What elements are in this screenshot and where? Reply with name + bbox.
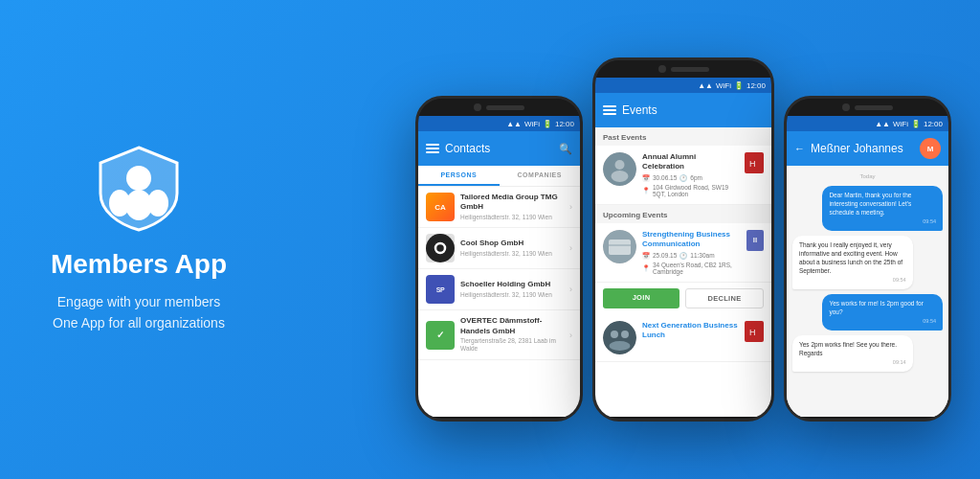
hamburger-icon[interactable] — [603, 105, 616, 115]
decline-button[interactable]: DECLINE — [685, 288, 764, 308]
contact-address-coolshop: Heiligenstädterstr. 32, 1190 Wien — [460, 250, 564, 258]
app-title: Members App — [51, 249, 227, 280]
contact-item-tmg[interactable]: CA Tailored Media Group TMG GmbH Heilige… — [418, 187, 580, 228]
contact-avatar-coolshop — [426, 234, 455, 262]
contact-item-coolshop[interactable]: Cool Shop GmbH Heiligenstädterstr. 32, 1… — [418, 228, 580, 269]
contact-item-schoeller[interactable]: SP Schoeller Holding GmbH Heiligenstädte… — [418, 269, 580, 310]
screen-events: Events Past Events Annual Alumni Celebra… — [595, 93, 771, 417]
phones-section: ▲▲ WiFi 🔋 12:00 Contacts 🔍 PERSONS COMPA — [249, 0, 951, 479]
svg-point-6 — [615, 160, 625, 170]
status-bar-left: ▲▲ WiFi 🔋 12:00 — [418, 116, 580, 131]
back-arrow-icon[interactable]: ← — [794, 143, 805, 154]
tab-companies[interactable]: COMPANIES — [500, 166, 581, 186]
camera-icon — [842, 103, 850, 111]
event-avatar-communication — [603, 230, 636, 263]
event-name-nextgen: Next Generation Business Lunch — [642, 321, 739, 341]
chat-time-2: 09:54 — [799, 277, 906, 285]
phone-contacts: ▲▲ WiFi 🔋 12:00 Contacts 🔍 PERSONS COMPA — [415, 96, 583, 422]
speaker-icon — [486, 105, 524, 110]
screen-contacts: Contacts 🔍 PERSONS COMPANIES CA Tailored… — [418, 131, 580, 417]
event-badge-nextgen: H — [745, 321, 764, 342]
phone-messages: ▲▲ WiFi 🔋 12:00 ← Meßner Johannes M Toda… — [784, 96, 951, 422]
upcoming-events-label: Upcoming Events — [595, 205, 771, 223]
event-badge-harvard: H — [745, 152, 764, 173]
search-icon[interactable]: 🔍 — [559, 143, 572, 155]
phone-events: ▲▲ WiFi 🔋 12:00 Events Past Events — [592, 57, 774, 422]
chevron-right-icon: › — [569, 285, 572, 294]
hamburger-icon[interactable] — [426, 144, 439, 153]
main-container: Members App Engage with your members One… — [0, 0, 980, 479]
join-button[interactable]: JOIN — [603, 288, 679, 308]
phone-notch-right — [787, 99, 948, 116]
chat-messages-list: Today Dear Martin, thank you for the int… — [787, 166, 948, 417]
chat-bubble-1: Dear Martin, thank you for the interesti… — [822, 186, 943, 231]
svg-point-13 — [611, 331, 618, 338]
event-avatar-alumni — [603, 152, 636, 186]
chat-time-4: 09:14 — [799, 359, 906, 367]
contact-name-coolshop: Cool Shop GmbH — [460, 239, 564, 248]
camera-icon — [474, 103, 481, 111]
event-item-alumni[interactable]: Annual Alumni Celebration 📅 30.06.15 🕐 6… — [595, 146, 771, 205]
chat-time-1: 09:54 — [829, 218, 936, 226]
contact-avatar-tmg: CA — [426, 193, 455, 221]
event-item-communication[interactable]: Strengthening Business Communication 📅 2… — [595, 223, 771, 283]
events-header-title: Events — [622, 103, 764, 117]
contacts-tabs: PERSONS COMPANIES — [418, 166, 580, 187]
contact-address-schoeller: Heiligenstädterstr. 32, 1190 Wien — [460, 291, 564, 299]
event-location-alumni: 📍 104 Girdwood Road, SW19 5QT, London — [642, 184, 739, 197]
chevron-right-icon: › — [569, 331, 572, 340]
event-badge-communication: II — [746, 230, 764, 251]
speaker-icon — [855, 105, 893, 110]
contact-name-schoeller: Schoeller Holding GmbH — [460, 280, 564, 289]
status-bar-right: ▲▲ WiFi 🔋 12:00 — [787, 116, 948, 131]
event-meta-alumni: 📅 30.06.15 🕐 6pm — [642, 174, 739, 182]
camera-icon — [658, 65, 666, 73]
left-section: Members App Engage with your members One… — [29, 146, 249, 334]
chevron-right-icon: › — [569, 202, 572, 212]
past-events-label: Past Events — [595, 127, 771, 146]
svg-point-0 — [126, 166, 151, 191]
app-subtitle: Engage with your members One App for all… — [53, 291, 225, 334]
event-name-alumni: Annual Alumni Celebration — [642, 152, 739, 172]
contacts-header-title: Contacts — [445, 142, 553, 155]
event-item-nextgen[interactable]: Next Generation Business Lunch H — [595, 314, 771, 362]
svg-point-4 — [435, 243, 445, 253]
chat-bubble-3: Yes works for me! Is 2pm good for you? 0… — [822, 294, 943, 331]
svg-point-7 — [612, 171, 629, 182]
contact-name-tmg: Tailored Media Group TMG GmbH — [460, 193, 564, 213]
screen-messages: ← Meßner Johannes M Today Dear Martin, t… — [787, 131, 948, 417]
event-avatar-nextgen — [603, 321, 636, 354]
contact-name-overtec: OVERTEC Dämmstoff-Handels GmbH — [460, 316, 564, 336]
svg-text:H: H — [749, 328, 756, 337]
tab-persons[interactable]: PERSONS — [418, 166, 500, 186]
svg-point-3 — [125, 190, 152, 220]
events-header: Events — [595, 93, 771, 127]
status-bar-center: ▲▲ WiFi 🔋 12:00 — [595, 78, 771, 93]
contact-address-tmg: Heiligenstädterstr. 32, 1190 Wien — [460, 214, 564, 221]
messages-header-title: Meßner Johannes — [811, 142, 914, 155]
contact-avatar-header: M — [920, 138, 941, 159]
svg-point-14 — [621, 331, 629, 338]
contact-avatar-schoeller: SP — [426, 275, 455, 304]
chat-date-today: Today — [792, 173, 943, 179]
contact-avatar-overtec: ✓ — [426, 321, 455, 350]
contact-item-overtec[interactable]: ✓ OVERTEC Dämmstoff-Handels GmbH Tiergar… — [418, 310, 580, 360]
phone-notch-center — [595, 60, 771, 78]
chat-bubble-4: Yes 2pm works fine! See you there. Regar… — [792, 335, 913, 372]
chat-time-3: 09:54 — [829, 318, 936, 326]
event-action-buttons: JOIN DECLINE — [595, 283, 771, 314]
svg-text:H: H — [749, 159, 756, 169]
contact-address-overtec: Tiergartenstraße 28, 2381 Laab im Walde — [460, 337, 564, 354]
messages-header: ← Meßner Johannes M — [787, 131, 948, 166]
svg-rect-10 — [609, 240, 631, 255]
speaker-icon — [671, 67, 709, 72]
contacts-header: Contacts 🔍 — [418, 131, 580, 166]
event-location-communication: 📍 34 Queen's Road, CB2 1RS, Cambridge — [642, 262, 741, 275]
chevron-right-icon: › — [569, 243, 572, 253]
event-meta-communication: 📅 25.09.15 🕐 11:30am — [642, 252, 741, 260]
chat-bubble-2: Thank you I really enjoyed it, very info… — [792, 236, 913, 289]
phone-notch-left — [418, 99, 580, 116]
svg-point-15 — [610, 341, 631, 351]
shield-logo-icon — [91, 146, 187, 232]
event-name-communication: Strengthening Business Communication — [642, 230, 741, 250]
